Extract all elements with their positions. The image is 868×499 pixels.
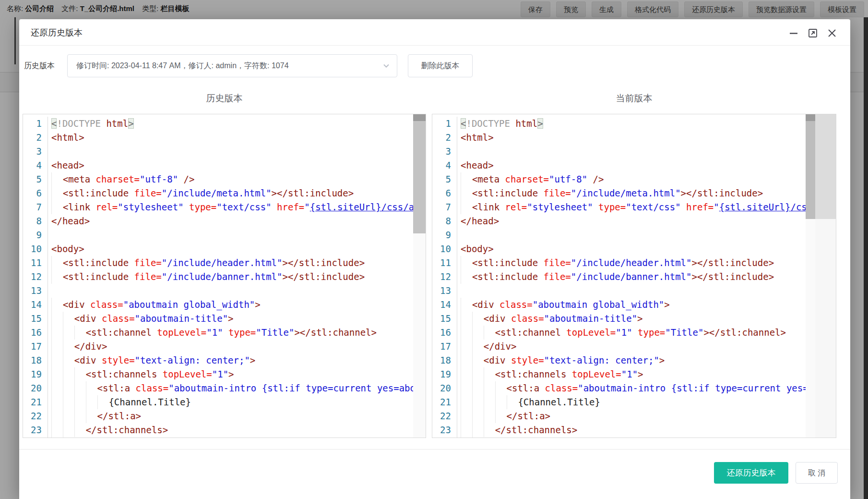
indent-guide bbox=[472, 381, 484, 395]
history-editor-scrollbar[interactable] bbox=[413, 114, 426, 438]
indent-guide bbox=[484, 381, 495, 395]
indent-guide bbox=[461, 256, 472, 270]
line-number: 2 bbox=[23, 131, 48, 145]
indent-guide bbox=[461, 340, 472, 353]
indent-guide bbox=[472, 326, 484, 340]
indent-guide bbox=[51, 200, 63, 214]
indent-guide bbox=[472, 437, 484, 438]
code-line: 6<stl:include file="/include/meta.html">… bbox=[23, 186, 426, 200]
code-line: 22</stl:a> bbox=[432, 409, 836, 423]
line-number: 12 bbox=[23, 270, 48, 284]
dialog-title: 还原历史版本 bbox=[31, 27, 83, 38]
indent-guide bbox=[51, 270, 63, 284]
indent-guide bbox=[495, 409, 507, 423]
scrollbar-thumb[interactable] bbox=[815, 114, 836, 219]
line-number: 8 bbox=[432, 214, 457, 228]
line-number: 24 bbox=[23, 437, 48, 438]
code-line: 3 bbox=[23, 145, 426, 158]
line-number: 3 bbox=[23, 145, 48, 158]
code-line: 16<stl:channel topLevel="1" type="Title"… bbox=[23, 326, 426, 340]
line-number: 11 bbox=[432, 256, 457, 270]
indent-guide bbox=[51, 312, 63, 326]
line-number: 18 bbox=[23, 353, 48, 367]
code-line: 18<div style="text-align: center;"> bbox=[432, 353, 836, 367]
indent-guide bbox=[495, 381, 507, 395]
scrollbar-button[interactable] bbox=[806, 114, 815, 121]
line-number: 12 bbox=[432, 270, 457, 284]
code-line: 9 bbox=[23, 228, 426, 242]
indent-guide bbox=[86, 395, 97, 409]
code-line: 19<stl:channels topLevel="1"> bbox=[23, 367, 426, 381]
code-line: 10<body> bbox=[432, 242, 836, 256]
code-line: 4<head> bbox=[432, 158, 836, 172]
restore-confirm-button[interactable]: 还原历史版本 bbox=[714, 462, 788, 484]
indent-guide bbox=[63, 395, 74, 409]
indent-guide bbox=[74, 423, 86, 437]
indent-guide bbox=[51, 298, 63, 312]
code-line: 17</div> bbox=[432, 340, 836, 353]
code-line: 8</head> bbox=[23, 214, 426, 228]
line-number: 1 bbox=[432, 117, 457, 131]
indent-guide bbox=[51, 395, 63, 409]
cancel-button[interactable]: 取 消 bbox=[796, 462, 838, 484]
code-line: 8</head> bbox=[432, 214, 836, 228]
history-version-select[interactable]: 修订时间: 2023-04-11 8:47 AM，修订人: admin，字符数:… bbox=[67, 54, 397, 77]
indent-guide bbox=[63, 381, 74, 395]
line-number: 18 bbox=[432, 353, 457, 367]
indent-guide bbox=[86, 381, 97, 395]
indent-guide bbox=[461, 186, 472, 200]
history-version-selected-option: 修订时间: 2023-04-11 8:47 AM，修订人: admin，字符数:… bbox=[76, 55, 289, 77]
indent-guide bbox=[51, 340, 63, 353]
indent-guide bbox=[484, 409, 495, 423]
current-code-editor[interactable]: 1<!DOCTYPE html>2<html>34<head>5<meta ch… bbox=[432, 114, 836, 438]
indent-guide bbox=[63, 312, 74, 326]
code-line: 7<link rel="stylesheet" type="text/css" … bbox=[432, 200, 836, 214]
indent-guide bbox=[461, 437, 472, 438]
current-panel-outer-scrollbar[interactable] bbox=[815, 114, 836, 438]
code-line: 23</stl:channels> bbox=[23, 423, 426, 437]
dialog-header: 还原历史版本 bbox=[19, 19, 850, 46]
line-number: 4 bbox=[23, 158, 48, 172]
history-code-editor[interactable]: 1<!DOCTYPE html>2<html>34<head>5<meta ch… bbox=[23, 114, 426, 438]
indent-guide bbox=[51, 437, 63, 438]
code-line: 21{Channel.Title} bbox=[432, 395, 836, 409]
line-number: 22 bbox=[432, 409, 457, 423]
maximize-icon[interactable] bbox=[807, 27, 819, 39]
line-number: 21 bbox=[23, 395, 48, 409]
code-line: 17</div> bbox=[23, 340, 426, 353]
code-line: 11<stl:include file="/include/header.htm… bbox=[432, 256, 836, 270]
indent-guide bbox=[461, 423, 472, 437]
indent-guide bbox=[484, 395, 495, 409]
current-editor-scrollbar[interactable] bbox=[806, 114, 815, 438]
delete-version-button[interactable]: 删除此版本 bbox=[408, 54, 473, 77]
code-line: 16<stl:channel topLevel="1" type="Title"… bbox=[432, 326, 836, 340]
code-line: 24</div> bbox=[23, 437, 426, 438]
indent-guide bbox=[63, 340, 74, 353]
indent-guide bbox=[472, 312, 484, 326]
code-line: 4<head> bbox=[23, 158, 426, 172]
indent-guide bbox=[461, 200, 472, 214]
line-number: 23 bbox=[432, 423, 457, 437]
scrollbar-thumb[interactable] bbox=[413, 121, 426, 233]
indent-guide bbox=[461, 298, 472, 312]
code-line: 2<html> bbox=[432, 131, 836, 145]
minimize-icon[interactable] bbox=[788, 27, 799, 39]
line-number: 22 bbox=[23, 409, 48, 423]
indent-guide bbox=[63, 326, 74, 340]
line-number: 19 bbox=[23, 367, 48, 381]
scrollbar-button[interactable] bbox=[413, 114, 426, 121]
code-line: 23</stl:channels> bbox=[432, 423, 836, 437]
scrollbar-thumb[interactable] bbox=[806, 121, 815, 219]
close-icon[interactable] bbox=[826, 27, 838, 39]
indent-guide bbox=[507, 395, 518, 409]
code-line: 13 bbox=[23, 284, 426, 298]
indent-guide bbox=[63, 353, 74, 367]
line-number: 16 bbox=[23, 326, 48, 340]
indent-guide bbox=[461, 312, 472, 326]
indent-guide bbox=[97, 395, 109, 409]
indent-guide bbox=[461, 409, 472, 423]
indent-guide bbox=[74, 381, 86, 395]
line-number: 6 bbox=[432, 186, 457, 200]
indent-guide bbox=[472, 353, 484, 367]
code-line: 22</stl:a> bbox=[23, 409, 426, 423]
